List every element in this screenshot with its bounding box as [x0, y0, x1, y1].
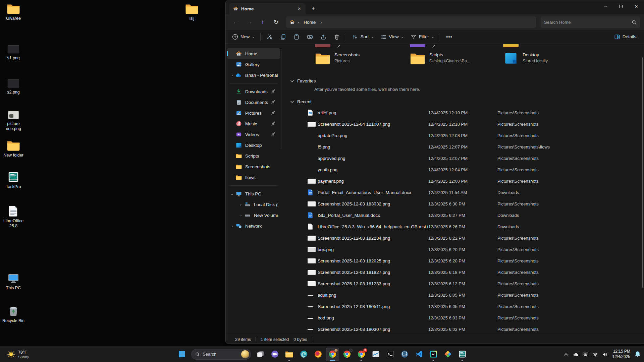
taskbar-app-taskpro[interactable]: [455, 348, 469, 361]
touch-keyboard-icon[interactable]: [582, 351, 589, 358]
paste-button[interactable]: [290, 32, 303, 42]
taskbar-app-edge[interactable]: [297, 348, 310, 361]
taskbar-app-terminal[interactable]: [383, 348, 397, 361]
more-options-button[interactable]: •••: [443, 32, 455, 42]
sidebar-item-new-volume-d-[interactable]: ›New Volume (D:): [227, 210, 280, 221]
new-button[interactable]: New ⌄: [229, 32, 258, 42]
recent-file-row[interactable]: Screenshot 2025-12-03 180511.png12/3/202…: [281, 301, 644, 312]
desktop-icon-libreoffice-25-8[interactable]: LibreOffice 25.8: [1, 205, 25, 229]
desktop-icon-new-folder[interactable]: New folder: [1, 139, 25, 158]
desktop-icon-picture-one-png[interactable]: picture one.png: [1, 108, 25, 131]
sidebar-item-scripts[interactable]: Scripts: [227, 150, 280, 161]
chevron-down-icon[interactable]: ⌄: [230, 192, 234, 196]
breadcrumb-chevron-icon[interactable]: ›: [320, 20, 322, 25]
content-scrollbar[interactable]: [642, 57, 643, 288]
recent-file-row[interactable]: Screenshot 2025-12-03 182234.png12/3/202…: [281, 232, 644, 244]
taskbar-app-postgresql[interactable]: [398, 348, 411, 361]
recent-file-row[interactable]: Screenshot 2025-12-03 181827.png12/3/202…: [281, 266, 644, 278]
close-button[interactable]: ✕: [629, 0, 644, 12]
cut-button[interactable]: [263, 32, 276, 42]
quick-tile-desktop[interactable]: DesktopStored locally: [503, 52, 594, 65]
share-button[interactable]: [317, 32, 330, 42]
sidebar-item-network[interactable]: ›Network: [227, 221, 280, 231]
taskbar-app-vscode[interactable]: [412, 348, 426, 361]
sort-button[interactable]: Sort ⌄: [349, 32, 377, 42]
recent-file-row[interactable]: youth.png12/4/2025 12:04 PMPictures\Scre…: [281, 164, 644, 175]
breadcrumb[interactable]: Home: [302, 19, 318, 25]
minimize-button[interactable]: ─: [598, 0, 613, 12]
recent-file-row[interactable]: approved.png12/4/2025 12:07 PMPictures\S…: [281, 153, 644, 164]
sidebar-item-ishan-personal[interactable]: ›ishan - Personal: [227, 70, 280, 80]
up-button[interactable]: ↑: [257, 16, 269, 28]
details-pane-button[interactable]: Details: [611, 32, 639, 42]
recent-file-row[interactable]: Portal_Email_Automations_User_Manual.doc…: [281, 187, 644, 198]
tab-close-icon[interactable]: ✕: [296, 5, 303, 12]
partial-tile[interactable]: [410, 44, 425, 47]
sidebar-item-local-disk-c-[interactable]: ›Local Disk (C:): [227, 199, 280, 210]
sidebar-item-downloads[interactable]: Downloads: [227, 86, 280, 97]
recent-file-row[interactable]: Screenshot 2025-12-03 183032.png12/3/202…: [281, 198, 644, 209]
taskbar-app-diagram-app[interactable]: [441, 348, 454, 361]
recent-file-row[interactable]: relief.png12/4/2025 12:10 PMPictures\Scr…: [281, 107, 644, 118]
recent-file-row[interactable]: box.png12/3/2025 6:20 PMPictures\Screens…: [281, 244, 644, 255]
recent-file-row[interactable]: bod.png12/3/2025 6:03 PMPictures\Screens…: [281, 312, 644, 323]
onedrive-tray-icon[interactable]: [572, 351, 580, 358]
desktop-icon-taskpro[interactable]: TaskPro: [1, 171, 25, 189]
view-button[interactable]: View ⌄: [378, 32, 407, 42]
address-bar[interactable]: › Home ›: [286, 16, 536, 28]
desktop-icon-s1-png[interactable]: s1.png: [1, 42, 25, 61]
desktop-icon-givaree[interactable]: Givaree: [1, 3, 25, 21]
taskbar-app-chrome-profile-1[interactable]: [326, 348, 339, 361]
refresh-button[interactable]: ↻: [270, 16, 282, 28]
partial-tile[interactable]: [315, 44, 330, 47]
taskbar-app-chrome-profile-2[interactable]: [340, 348, 354, 361]
filter-button[interactable]: Filter ⌄: [408, 32, 437, 42]
start-button[interactable]: [175, 348, 189, 361]
sidebar-item-music[interactable]: Music: [227, 118, 280, 129]
sidebar-item-flows[interactable]: flows: [227, 172, 280, 183]
favorites-section-header[interactable]: Favorites: [290, 78, 644, 83]
recent-file-row[interactable]: Screenshot 2025-12-03 180307.png12/3/202…: [281, 323, 644, 335]
chevron-right-icon[interactable]: ›: [230, 73, 234, 77]
wifi-icon[interactable]: [592, 351, 599, 358]
recent-file-row[interactable]: Screenshot 2025-12-03 182025.png12/3/202…: [281, 255, 644, 266]
new-tab-button[interactable]: +: [308, 3, 318, 13]
recent-file-row[interactable]: payment.png12/4/2025 12:00 PMPictures\Sc…: [281, 175, 644, 187]
taskbar-app-pycharm[interactable]: PC: [427, 348, 440, 361]
recent-file-row[interactable]: updatePro.png12/4/2025 12:08 PMPictures\…: [281, 130, 644, 141]
sidebar-item-this-pc[interactable]: ⌄This PC: [227, 188, 280, 199]
sidebar-item-home[interactable]: Home: [227, 48, 280, 59]
notification-bell-icon[interactable]: [634, 351, 641, 358]
sidebar-item-videos[interactable]: Videos: [227, 129, 280, 140]
partial-tile[interactable]: [503, 44, 519, 47]
sidebar-item-pictures[interactable]: Pictures: [227, 108, 280, 118]
recent-section-header[interactable]: Recent: [290, 99, 644, 104]
taskbar-app-file-explorer[interactable]: [282, 348, 296, 361]
volume-icon[interactable]: [601, 351, 609, 358]
recent-file-row[interactable]: Screenshot 2025-12-03 181233.png12/3/202…: [281, 278, 644, 289]
chevron-right-icon[interactable]: ›: [238, 213, 243, 217]
quick-tile-scripts[interactable]: ScriptsDesktop\Givaree\Ba...: [410, 52, 500, 65]
sidebar-item-gallery[interactable]: Gallery: [227, 59, 280, 70]
desktop-icon-this-pc[interactable]: This PC: [1, 272, 25, 291]
chevron-right-icon[interactable]: ›: [238, 202, 243, 206]
tray-chevron-up-icon[interactable]: [562, 351, 570, 358]
recent-file-row[interactable]: Screenshot 2025-12-04 121007.png12/4/202…: [281, 118, 644, 130]
desktop-icon-isij[interactable]: isij: [180, 3, 204, 21]
tab-home[interactable]: Home ✕: [229, 3, 306, 14]
quick-tile-screenshots[interactable]: ScreenshotsPictures: [315, 52, 406, 65]
recent-file-row[interactable]: f5.png12/4/2025 12:07 PMPictures\Screens…: [281, 141, 644, 153]
maximize-button[interactable]: [613, 0, 629, 12]
taskbar-app-task-view[interactable]: [254, 348, 267, 361]
recent-file-row[interactable]: ISIJ_Portal_User_Manual.docx12/3/2025 6:…: [281, 209, 644, 221]
sidebar-item-desktop[interactable]: Desktop: [227, 140, 280, 150]
taskbar-app-task-manager[interactable]: [369, 348, 382, 361]
recent-file-row[interactable]: adult.png12/3/2025 6:05 PMPictures\Scree…: [281, 289, 644, 301]
clock[interactable]: 12:15 PM 12/4/2025: [611, 349, 632, 359]
desktop-icon-recycle-bin[interactable]: Recycle Bin: [1, 305, 25, 323]
taskbar-app-firefox[interactable]: [311, 348, 325, 361]
bing-daily-image[interactable]: [241, 350, 249, 358]
weather-widget[interactable]: 78°F Sunny: [4, 346, 32, 362]
taskbar-search[interactable]: Search: [191, 349, 251, 360]
forward-button[interactable]: →: [243, 16, 255, 28]
